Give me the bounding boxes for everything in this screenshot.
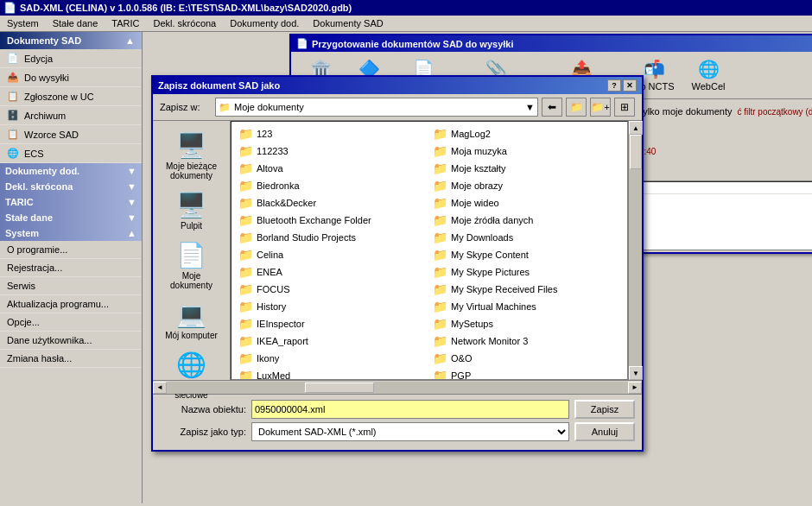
menu-dekl-skrocona[interactable]: Dekl. skrócona <box>146 16 223 30</box>
scroll-down[interactable]: ▼ <box>629 366 643 380</box>
shortcut-network[interactable]: 🌐 Moje miejsca sieciowe <box>157 347 226 403</box>
help-button[interactable]: ? <box>607 79 621 92</box>
dropdown-arrow: ▼ <box>525 102 535 112</box>
horizontal-scrollbar[interactable]: ◄ ► <box>153 380 642 394</box>
sidebar-item-rejestracja[interactable]: Rejestracja... <box>0 259 142 277</box>
sidebar-item-aktualizacja[interactable]: Aktualizacja programu... <box>0 295 142 313</box>
menu-dokumenty-dod[interactable]: Dokumenty dod. <box>223 16 306 30</box>
folder-icon: 📁 <box>238 248 253 262</box>
sidebar-item-ecs[interactable]: 🌐 ECS <box>0 144 142 163</box>
shortcut-my-docs[interactable]: 📄 Moje dokumenty <box>157 237 226 294</box>
list-item[interactable]: 📁Moja muzyka <box>429 142 624 160</box>
list-item[interactable]: 📁History <box>235 298 429 315</box>
new-folder-button[interactable]: 📁 <box>566 98 587 117</box>
my-docs-label: Moje dokumenty <box>161 271 223 290</box>
filename-input[interactable] <box>251 400 569 419</box>
filetype-select[interactable]: Dokument SAD-XML (*.xml) <box>251 422 569 441</box>
save-button[interactable]: Zapisz <box>574 400 635 419</box>
list-item[interactable]: 📁Celina <box>235 246 429 263</box>
list-item[interactable]: 📁O&O <box>429 350 624 367</box>
sidebar-item-dane-uzytkownika[interactable]: Dane użytkownika... <box>0 332 142 350</box>
zgloszone-icon: 📋 <box>7 91 19 102</box>
folder-icon: 📁 <box>433 179 447 193</box>
list-item[interactable]: 📁MagLog2 <box>429 125 624 142</box>
toolbar-webcel[interactable]: 🌐 WebCel <box>684 55 733 95</box>
folder-icon: 📁 <box>433 265 447 279</box>
shortcut-my-computer[interactable]: 💻 Mój komputer <box>157 297 226 344</box>
file-name: My Skype Content <box>451 250 529 260</box>
list-item[interactable]: 📁FOCUS <box>235 281 429 298</box>
scroll-up[interactable]: ▲ <box>629 121 643 135</box>
list-item[interactable]: 📁My Skype Pictures <box>429 263 624 281</box>
list-item[interactable]: 📁MySetups <box>429 315 624 332</box>
list-item[interactable]: 📁IKEA_raport <box>235 332 429 350</box>
sidebar-item-do-wysylki[interactable]: 📤 Do wysyłki <box>0 68 142 87</box>
list-item[interactable]: 📁Bluetooth Exchange Folder <box>235 212 429 229</box>
list-item[interactable]: 📁Black&Decker <box>235 194 429 212</box>
list-item[interactable]: 📁Ikony <box>235 350 429 367</box>
my-computer-label: Mój komputer <box>165 331 218 340</box>
list-item[interactable]: 📁Borland Studio Projects <box>235 229 429 246</box>
prep-titlebar: 📄 Przygotowanie dokumentów SAD do wysyłk… <box>291 35 812 52</box>
menu-taric[interactable]: TARIC <box>105 16 146 30</box>
list-item[interactable]: 📁My Virtual Machines <box>429 298 624 315</box>
hscroll-thumb[interactable] <box>305 383 374 393</box>
list-item[interactable]: 📁My Downloads <box>429 229 624 246</box>
menu-stale-dane[interactable]: Stałe dane <box>46 16 105 30</box>
close-button[interactable]: ✕ <box>623 79 637 92</box>
scroll-thumb[interactable] <box>630 135 642 169</box>
sidebar-item-zmiana-hasla[interactable]: Zmiana hasła... <box>0 350 142 368</box>
menu-system[interactable]: System <box>0 16 46 30</box>
view-button[interactable]: ⊞ <box>614 98 635 117</box>
section-dod-label: Dokumenty dod. <box>5 166 79 176</box>
hscroll-left[interactable]: ◄ <box>153 382 167 394</box>
list-item[interactable]: 📁ENEA <box>235 263 429 281</box>
list-item[interactable]: 📁123 <box>235 125 429 142</box>
sidebar-item-archiwum[interactable]: 🗄️ Archiwum <box>0 106 142 125</box>
shortcut-pulpit[interactable]: 🖥️ Pulpit <box>157 187 226 234</box>
scroll-track[interactable] <box>629 135 642 366</box>
save-body: 🖥️ Moje bieżące dokumenty 🖥️ Pulpit 📄 Mo… <box>153 121 642 380</box>
sidebar-item-serwis[interactable]: Serwis <box>0 277 142 295</box>
location-dropdown[interactable]: 📁 Moje dokumenty ▼ <box>215 98 538 117</box>
sidebar-item-edycja[interactable]: 📄 Edycja <box>0 49 142 68</box>
list-item[interactable]: 📁112233 <box>235 142 429 160</box>
list-item[interactable]: 📁Altova <box>235 160 429 177</box>
list-item[interactable]: 📁My Skype Content <box>429 246 624 263</box>
list-item[interactable]: 📁Moje obrazy <box>429 177 624 194</box>
sidebar-section-system[interactable]: System ▲ <box>0 225 142 241</box>
nav-back-button[interactable]: ⬅ <box>542 98 562 117</box>
app-titlebar: 📄 SAD-XML (CELINA) v 1.0.0.586 (IB: E:\T… <box>0 0 812 16</box>
list-item[interactable]: 📁Moje źródła danych <box>429 212 624 229</box>
sidebar-item-o-programie[interactable]: O programie... <box>0 241 142 259</box>
archiwum-label: Archiwum <box>24 111 66 121</box>
hscroll-right[interactable]: ► <box>628 382 642 394</box>
app-icon: 📄 <box>3 2 16 14</box>
list-item[interactable]: 📁Moje kształty <box>429 160 624 177</box>
list-item[interactable]: 📁Moje wideo <box>429 194 624 212</box>
sidebar-item-opcje[interactable]: Opcje... <box>0 313 142 332</box>
cancel-button[interactable]: Anuluj <box>574 422 635 441</box>
sidebar-item-zgloszone[interactable]: 📋 Zgłoszone w UC <box>0 87 142 106</box>
sidebar-section-dokumenty-dod[interactable]: Dokumenty dod. ▼ <box>0 163 142 179</box>
list-item[interactable]: 📁LuxMed <box>235 367 429 380</box>
prep-title: Przygotowanie dokumentów SAD do wysyłki <box>312 39 513 49</box>
hscroll-track[interactable] <box>167 382 628 394</box>
sidebar-section-stale-dane[interactable]: Stałe dane ▼ <box>0 210 142 225</box>
sidebar-section-dekl-skrocona[interactable]: Dekl. skrócona ▼ <box>0 179 142 194</box>
sidebar-section-taric[interactable]: TARIC ▼ <box>0 194 142 210</box>
list-item[interactable]: 📁PGP <box>429 367 624 380</box>
webcel-icon: 🌐 <box>698 59 720 79</box>
sidebar: Dokumenty SAD ▲ 📄 Edycja 📤 Do wysyłki 📋 … <box>0 32 143 503</box>
list-item[interactable]: 📁IEInspector <box>235 315 429 332</box>
shortcut-recent[interactable]: 🖥️ Moje bieżące dokumenty <box>157 128 226 184</box>
o-programie-label: O programie... <box>7 244 67 255</box>
list-item[interactable]: 📁Biedronka <box>235 177 429 194</box>
sidebar-arrow[interactable]: ▲ <box>125 35 135 46</box>
list-item[interactable]: 📁Network Monitor 3 <box>429 332 624 350</box>
sidebar-item-wzorce[interactable]: 📋 Wzorce SAD <box>0 125 142 144</box>
create-folder-button[interactable]: 📁+ <box>590 98 611 117</box>
file-name: Moje kształty <box>451 163 506 174</box>
menu-dokumenty-sad[interactable]: Dokumenty SAD <box>306 16 390 30</box>
list-item[interactable]: 📁My Skype Received Files <box>429 281 624 298</box>
